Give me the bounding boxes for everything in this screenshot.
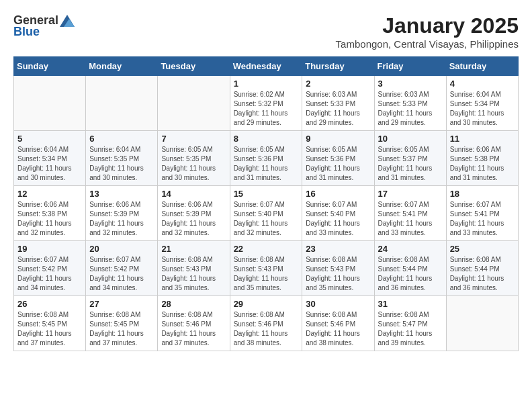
day-number: 10 (378, 134, 443, 144)
day-cell-25: 25Sunrise: 6:08 AMSunset: 5:44 PMDayligh… (446, 241, 518, 296)
day-cell-16: 16Sunrise: 6:07 AMSunset: 5:40 PMDayligh… (302, 186, 374, 241)
week-row-4: 19Sunrise: 6:07 AMSunset: 5:42 PMDayligh… (14, 241, 519, 296)
week-row-3: 12Sunrise: 6:06 AMSunset: 5:38 PMDayligh… (14, 186, 519, 241)
month-title: January 2025 (336, 13, 519, 38)
day-cell-15: 15Sunrise: 6:07 AMSunset: 5:40 PMDayligh… (230, 186, 302, 241)
day-cell-8: 8Sunrise: 6:05 AMSunset: 5:36 PMDaylight… (230, 131, 302, 186)
day-number: 20 (89, 244, 154, 254)
weekday-header-friday: Friday (374, 57, 446, 76)
day-number: 31 (378, 299, 443, 309)
day-cell-2: 2Sunrise: 6:03 AMSunset: 5:33 PMDaylight… (302, 76, 374, 131)
day-info: Sunrise: 6:03 AMSunset: 5:33 PMDaylight:… (378, 90, 443, 128)
day-number: 12 (17, 189, 82, 199)
day-cell-9: 9Sunrise: 6:05 AMSunset: 5:36 PMDaylight… (302, 131, 374, 186)
day-number: 1 (234, 79, 299, 89)
day-number: 5 (17, 134, 82, 144)
day-info: Sunrise: 6:04 AMSunset: 5:34 PMDaylight:… (17, 145, 82, 183)
day-cell-11: 11Sunrise: 6:06 AMSunset: 5:38 PMDayligh… (446, 131, 518, 186)
day-cell-19: 19Sunrise: 6:07 AMSunset: 5:42 PMDayligh… (14, 241, 86, 296)
day-number: 30 (306, 299, 370, 309)
day-cell-1: 1Sunrise: 6:02 AMSunset: 5:32 PMDaylight… (230, 76, 302, 131)
empty-cell (158, 76, 230, 131)
day-number: 7 (161, 134, 226, 144)
empty-cell (446, 296, 518, 351)
week-row-2: 5Sunrise: 6:04 AMSunset: 5:34 PMDaylight… (14, 131, 519, 186)
day-info: Sunrise: 6:07 AMSunset: 5:40 PMDaylight:… (306, 200, 370, 238)
day-cell-23: 23Sunrise: 6:08 AMSunset: 5:43 PMDayligh… (302, 241, 374, 296)
day-cell-7: 7Sunrise: 6:05 AMSunset: 5:35 PMDaylight… (158, 131, 230, 186)
location-title: Tambongon, Central Visayas, Philippines (336, 38, 519, 50)
day-number: 19 (17, 244, 82, 254)
day-number: 11 (450, 134, 515, 144)
day-info: Sunrise: 6:07 AMSunset: 5:40 PMDaylight:… (234, 200, 299, 238)
weekday-header-monday: Monday (86, 57, 158, 76)
weekday-header-tuesday: Tuesday (158, 57, 230, 76)
day-cell-6: 6Sunrise: 6:04 AMSunset: 5:35 PMDaylight… (86, 131, 158, 186)
day-info: Sunrise: 6:02 AMSunset: 5:32 PMDaylight:… (234, 90, 299, 128)
day-info: Sunrise: 6:06 AMSunset: 5:39 PMDaylight:… (161, 200, 226, 238)
day-number: 26 (17, 299, 82, 309)
day-info: Sunrise: 6:08 AMSunset: 5:45 PMDaylight:… (89, 310, 154, 348)
day-cell-18: 18Sunrise: 6:07 AMSunset: 5:41 PMDayligh… (446, 186, 518, 241)
day-cell-10: 10Sunrise: 6:05 AMSunset: 5:37 PMDayligh… (374, 131, 446, 186)
weekday-header-sunday: Sunday (14, 57, 86, 76)
day-number: 27 (89, 299, 154, 309)
day-info: Sunrise: 6:07 AMSunset: 5:41 PMDaylight:… (450, 200, 515, 238)
day-cell-5: 5Sunrise: 6:04 AMSunset: 5:34 PMDaylight… (14, 131, 86, 186)
day-cell-13: 13Sunrise: 6:06 AMSunset: 5:39 PMDayligh… (86, 186, 158, 241)
day-info: Sunrise: 6:08 AMSunset: 5:46 PMDaylight:… (161, 310, 226, 348)
day-info: Sunrise: 6:08 AMSunset: 5:43 PMDaylight:… (161, 255, 226, 293)
day-number: 22 (234, 244, 299, 254)
day-cell-31: 31Sunrise: 6:08 AMSunset: 5:47 PMDayligh… (374, 296, 446, 351)
day-number: 8 (234, 134, 299, 144)
day-cell-27: 27Sunrise: 6:08 AMSunset: 5:45 PMDayligh… (86, 296, 158, 351)
day-info: Sunrise: 6:08 AMSunset: 5:46 PMDaylight:… (306, 310, 370, 348)
day-number: 15 (234, 189, 299, 199)
day-info: Sunrise: 6:06 AMSunset: 5:38 PMDaylight:… (17, 200, 82, 238)
day-number: 24 (378, 244, 443, 254)
day-number: 2 (306, 79, 370, 89)
day-info: Sunrise: 6:08 AMSunset: 5:43 PMDaylight:… (234, 255, 299, 293)
day-number: 6 (89, 134, 154, 144)
day-info: Sunrise: 6:03 AMSunset: 5:33 PMDaylight:… (306, 90, 370, 128)
weekday-header-saturday: Saturday (446, 57, 518, 76)
week-row-5: 26Sunrise: 6:08 AMSunset: 5:45 PMDayligh… (14, 296, 519, 351)
page-header: General Blue January 2025 Tambongon, Cen… (13, 13, 519, 50)
day-info: Sunrise: 6:05 AMSunset: 5:35 PMDaylight:… (161, 145, 226, 183)
day-cell-3: 3Sunrise: 6:03 AMSunset: 5:33 PMDaylight… (374, 76, 446, 131)
logo-blue: Blue (13, 25, 40, 39)
day-number: 3 (378, 79, 443, 89)
day-cell-30: 30Sunrise: 6:08 AMSunset: 5:46 PMDayligh… (302, 296, 374, 351)
day-info: Sunrise: 6:05 AMSunset: 5:36 PMDaylight:… (306, 145, 370, 183)
weekday-header-wednesday: Wednesday (230, 57, 302, 76)
day-number: 14 (161, 189, 226, 199)
title-block: January 2025 Tambongon, Central Visayas,… (336, 13, 519, 50)
day-cell-20: 20Sunrise: 6:07 AMSunset: 5:42 PMDayligh… (86, 241, 158, 296)
day-cell-4: 4Sunrise: 6:04 AMSunset: 5:34 PMDaylight… (446, 76, 518, 131)
day-cell-26: 26Sunrise: 6:08 AMSunset: 5:45 PMDayligh… (14, 296, 86, 351)
logo-icon (60, 15, 75, 27)
day-number: 25 (450, 244, 515, 254)
day-info: Sunrise: 6:04 AMSunset: 5:34 PMDaylight:… (450, 90, 515, 128)
day-number: 16 (306, 189, 370, 199)
day-number: 28 (161, 299, 226, 309)
day-info: Sunrise: 6:08 AMSunset: 5:46 PMDaylight:… (234, 310, 299, 348)
day-info: Sunrise: 6:08 AMSunset: 5:43 PMDaylight:… (306, 255, 370, 293)
day-info: Sunrise: 6:05 AMSunset: 5:37 PMDaylight:… (378, 145, 443, 183)
week-row-1: 1Sunrise: 6:02 AMSunset: 5:32 PMDaylight… (14, 76, 519, 131)
empty-cell (86, 76, 158, 131)
day-info: Sunrise: 6:06 AMSunset: 5:39 PMDaylight:… (89, 200, 154, 238)
day-info: Sunrise: 6:07 AMSunset: 5:42 PMDaylight:… (17, 255, 82, 293)
day-info: Sunrise: 6:08 AMSunset: 5:44 PMDaylight:… (378, 255, 443, 293)
day-info: Sunrise: 6:06 AMSunset: 5:38 PMDaylight:… (450, 145, 515, 183)
day-info: Sunrise: 6:07 AMSunset: 5:41 PMDaylight:… (378, 200, 443, 238)
day-info: Sunrise: 6:08 AMSunset: 5:44 PMDaylight:… (450, 255, 515, 293)
day-number: 18 (450, 189, 515, 199)
day-number: 9 (306, 134, 370, 144)
logo: General Blue (13, 13, 75, 39)
day-cell-14: 14Sunrise: 6:06 AMSunset: 5:39 PMDayligh… (158, 186, 230, 241)
weekday-header-thursday: Thursday (302, 57, 374, 76)
day-cell-29: 29Sunrise: 6:08 AMSunset: 5:46 PMDayligh… (230, 296, 302, 351)
day-number: 29 (234, 299, 299, 309)
day-number: 4 (450, 79, 515, 89)
